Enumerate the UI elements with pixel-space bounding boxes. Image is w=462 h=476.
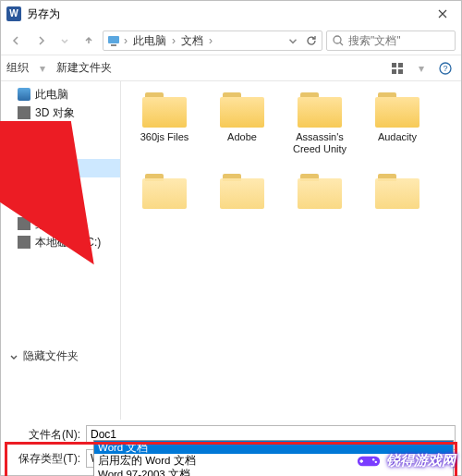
sidebar-item-down[interactable]: 下载 xyxy=(1,177,120,196)
svg-rect-3 xyxy=(392,63,396,67)
search-input[interactable]: 搜索"文档" xyxy=(326,31,456,51)
folder-icon xyxy=(218,91,266,129)
refresh-icon[interactable] xyxy=(305,34,318,47)
sidebar-item-label: 本地磁盘 (C:) xyxy=(35,235,101,250)
chevron-down-icon xyxy=(286,34,299,47)
folder-item[interactable] xyxy=(282,172,358,244)
arrow-right-icon xyxy=(35,35,46,46)
folder-item[interactable] xyxy=(127,172,202,244)
down-icon xyxy=(18,180,30,193)
sidebar-item-doc[interactable]: 文档 xyxy=(1,159,120,177)
svg-point-2 xyxy=(334,36,341,43)
sidebar-item-desktop[interactable]: 桌面 xyxy=(1,214,120,233)
forward-button[interactable] xyxy=(30,31,51,51)
sidebar-item-picture[interactable]: 图片 xyxy=(1,140,120,159)
folder-icon xyxy=(140,172,188,211)
doc-icon xyxy=(18,162,30,175)
svg-point-12 xyxy=(372,458,374,460)
close-button[interactable] xyxy=(428,4,457,24)
separator-icon: › xyxy=(122,34,129,47)
sidebar-item-cube[interactable]: 3D 对象 xyxy=(1,104,120,122)
svg-rect-5 xyxy=(392,69,396,74)
folder-icon xyxy=(296,172,344,211)
folder-icon xyxy=(373,91,421,129)
music-icon xyxy=(18,199,30,212)
gamepad-icon xyxy=(357,453,381,470)
window-title: 另存为 xyxy=(27,6,428,22)
breadcrumb-documents[interactable]: 文档 xyxy=(179,33,205,49)
sidebar-item-music[interactable]: 音乐 xyxy=(1,196,120,214)
svg-text:?: ? xyxy=(443,64,447,73)
help-button[interactable]: ? xyxy=(435,58,456,79)
search-icon xyxy=(332,34,345,47)
word-app-icon: W xyxy=(6,6,21,21)
sidebar-item-hdd[interactable]: 本地磁盘 (C:) xyxy=(1,233,120,251)
folder-item[interactable] xyxy=(359,172,435,244)
sidebar-item-label: 3D 对象 xyxy=(35,105,75,121)
svg-rect-4 xyxy=(398,63,403,67)
folder-label: Adobe xyxy=(206,131,278,143)
separator-icon: › xyxy=(170,34,177,47)
folder-item[interactable]: Audacity xyxy=(359,91,435,163)
svg-rect-0 xyxy=(108,36,119,43)
organize-menu[interactable]: 组织 xyxy=(6,60,29,76)
cube-icon xyxy=(18,106,30,119)
folder-icon xyxy=(218,172,266,211)
monitor-icon xyxy=(18,88,30,101)
sidebar-item-label: 文档 xyxy=(35,161,57,177)
sidebar-item-label: 图片 xyxy=(35,142,57,158)
hdd-icon xyxy=(18,236,30,249)
folder-item[interactable]: 360js Files xyxy=(127,91,202,163)
sidebar: 此电脑3D 对象视频图片文档下载音乐桌面本地磁盘 (C:) xyxy=(1,81,121,420)
folder-label: Assassin's Creed Unity xyxy=(284,131,356,154)
folder-icon xyxy=(140,91,188,129)
filename-label: 文件名(N): xyxy=(1,427,86,443)
breadcrumb-pc[interactable]: 此电脑 xyxy=(131,33,168,49)
view-options-button[interactable] xyxy=(387,58,407,79)
filetype-label: 保存类型(T): xyxy=(1,451,86,467)
up-button[interactable] xyxy=(79,31,99,51)
folder-item[interactable] xyxy=(204,172,280,244)
chevron-down-icon xyxy=(8,351,19,362)
svg-point-13 xyxy=(375,460,377,462)
view-icon xyxy=(391,62,404,75)
arrow-up-icon xyxy=(83,35,94,46)
sidebar-item-monitor[interactable]: 此电脑 xyxy=(1,85,120,104)
recent-locations-button[interactable] xyxy=(55,31,75,51)
film-icon xyxy=(18,125,30,138)
sidebar-item-label: 桌面 xyxy=(35,216,57,232)
sidebar-item-label: 此电脑 xyxy=(35,87,68,103)
sidebar-item-label: 视频 xyxy=(35,124,57,140)
back-button[interactable] xyxy=(6,31,27,51)
help-icon: ? xyxy=(439,62,452,75)
sidebar-item-label: 音乐 xyxy=(35,198,57,214)
svg-rect-11 xyxy=(359,460,362,462)
watermark: 锐得游戏网 xyxy=(357,452,456,470)
search-placeholder: 搜索"文档" xyxy=(348,33,401,49)
close-icon xyxy=(438,9,447,18)
hide-folders-toggle[interactable]: 隐藏文件夹 xyxy=(8,348,79,364)
pc-icon xyxy=(107,34,120,47)
folder-item[interactable]: Adobe xyxy=(204,91,280,163)
svg-rect-6 xyxy=(398,69,403,74)
sidebar-item-label: 下载 xyxy=(35,179,57,195)
chevron-down-icon xyxy=(59,35,70,46)
folder-label: Audacity xyxy=(361,131,433,143)
picture-icon xyxy=(18,143,30,156)
new-folder-button[interactable]: 新建文件夹 xyxy=(56,60,112,76)
desktop-icon xyxy=(18,217,30,230)
folder-icon xyxy=(373,172,421,211)
folder-label: 360js Files xyxy=(128,131,201,143)
separator-icon: › xyxy=(207,34,214,47)
arrow-left-icon xyxy=(11,35,22,46)
address-bar[interactable]: › 此电脑 › 文档 › xyxy=(103,31,322,51)
folder-icon xyxy=(296,91,344,129)
folder-item[interactable]: Assassin's Creed Unity xyxy=(282,91,358,163)
svg-rect-1 xyxy=(111,44,116,46)
sidebar-item-film[interactable]: 视频 xyxy=(1,122,120,140)
